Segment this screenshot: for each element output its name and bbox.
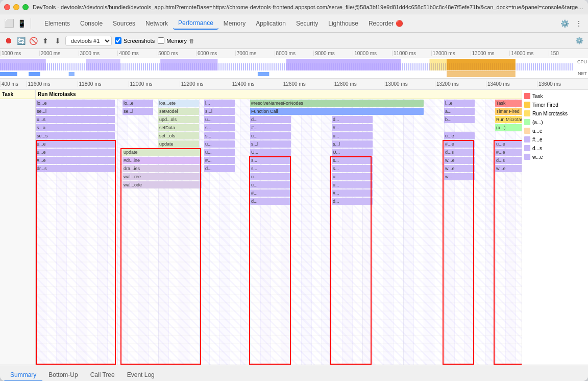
bar-setols[interactable]: set...ols (158, 132, 199, 139)
bar-u9[interactable]: u... (332, 181, 373, 188)
bar-ses[interactable]: se...s (36, 132, 115, 139)
bar-b[interactable]: b... (444, 116, 475, 123)
bar-ue[interactable]: u...e (444, 132, 475, 139)
bar-s4[interactable]: s... (250, 157, 291, 164)
bar-ds2[interactable]: d...s (495, 157, 522, 164)
bottom-tab-bottomup[interactable]: Bottom-Up (42, 369, 84, 381)
device-select[interactable]: devtools #1 (65, 36, 112, 46)
bottom-tab-calltree[interactable]: Call Tree (84, 369, 121, 381)
inspect-icon[interactable]: ⬜ (4, 18, 14, 29)
screenshots-checkbox[interactable] (115, 37, 121, 44)
bar-setmodel[interactable]: setModel (158, 108, 199, 115)
bar-drline[interactable]: #dr...ine (122, 157, 202, 164)
memory-clear-icon[interactable]: 🗑 (189, 38, 194, 44)
bar-hashe[interactable]: #...e (444, 140, 475, 148)
bar-s2[interactable]: s... (204, 124, 235, 131)
tab-elements[interactable]: Elements (39, 18, 75, 29)
bar-sa[interactable]: s...a (36, 124, 115, 131)
bar-hash1[interactable]: #... (250, 124, 291, 131)
memory-checkbox[interactable] (158, 37, 164, 44)
cpu-net-overview[interactable]: CPU NET (0, 58, 588, 79)
bar-u7[interactable]: u... (332, 173, 373, 180)
more-icon[interactable]: ⋮ (574, 18, 584, 29)
bar-u4[interactable]: u... (204, 140, 235, 148)
bar-s3[interactable]: s... (204, 132, 235, 139)
bar-resolve[interactable]: #resolveNamesForNodes (250, 100, 424, 107)
bar-u[interactable]: u... (204, 116, 235, 123)
bar-us[interactable]: u...s (36, 116, 115, 123)
bar-draries[interactable]: dra...ies (122, 165, 202, 172)
record-icon[interactable]: ⏺ (4, 36, 13, 45)
bar-lo2[interactable]: lo...e (122, 100, 153, 107)
tab-sources[interactable]: Sources (108, 18, 140, 29)
bar-u8[interactable]: u... (250, 181, 291, 188)
tab-application[interactable]: Application (251, 18, 291, 29)
bar-task-legend[interactable]: Task (495, 100, 522, 107)
close-button[interactable] (4, 4, 10, 10)
bar-u5[interactable]: u... (204, 149, 235, 156)
bar-u2[interactable]: u... (250, 132, 291, 139)
bar-hashe2[interactable]: #...e (495, 149, 522, 156)
reload-record-icon[interactable]: 🔄 (16, 36, 26, 45)
settings-icon[interactable]: ⚙️ (559, 18, 570, 29)
device-icon[interactable]: 📱 (16, 18, 27, 29)
bar-w3[interactable]: w... (444, 173, 475, 180)
bar-hashe3[interactable]: #...e (36, 157, 115, 164)
bar-funcall[interactable]: Function Call (250, 108, 424, 115)
minimize-button[interactable] (13, 4, 19, 10)
bar-update2[interactable]: update (122, 149, 202, 156)
bar-d1[interactable]: d... (250, 116, 291, 123)
bar-a[interactable]: a... (444, 108, 475, 115)
bar-setdata[interactable]: setData (158, 124, 199, 131)
bar-we3[interactable]: w...e (495, 165, 522, 172)
bottom-tab-eventlog[interactable]: Event Log (121, 369, 161, 381)
bar-s6[interactable]: s... (250, 165, 291, 172)
bar-hash5[interactable]: #... (332, 189, 373, 197)
zoom-ruler[interactable]: 400 ms 11600 ms 11800 ms 12000 ms 12200 … (0, 79, 588, 90)
bar-walode[interactable]: wal...ode (122, 181, 202, 188)
bar-d4[interactable]: d... (250, 198, 291, 205)
bar-ue3[interactable]: u...e (36, 149, 115, 156)
tab-network[interactable]: Network (140, 18, 173, 29)
bar-hash2[interactable]: #... (332, 124, 373, 131)
bar-sl3[interactable]: s...l (332, 140, 373, 148)
bar-U2[interactable]: U... (332, 149, 373, 156)
bottom-tab-summary[interactable]: Summary (4, 369, 42, 381)
maximize-button[interactable] (22, 4, 29, 10)
bar-hash3[interactable]: #... (204, 157, 235, 164)
bar-s7[interactable]: s... (332, 165, 373, 172)
settings-perf-icon[interactable]: ⚙️ (575, 36, 584, 45)
bar-U[interactable]: U... (250, 149, 291, 156)
bar-l[interactable]: l... (204, 100, 235, 107)
bar-we2[interactable]: w...e (444, 165, 475, 172)
bar-a-legend[interactable]: (a...) (495, 124, 522, 131)
bar-ue-legend[interactable]: u...e (495, 140, 522, 148)
bar-s5[interactable]: s... (332, 157, 373, 164)
bar-sl2[interactable]: s...l (250, 140, 291, 148)
tab-security[interactable]: Security (291, 18, 323, 29)
bar-runmicro-legend[interactable]: Run Microtasks (495, 116, 522, 123)
tab-lighthouse[interactable]: Lighthouse (323, 18, 363, 29)
bar-le[interactable]: l...e (444, 100, 475, 107)
bar-ue2[interactable]: u...e (36, 140, 115, 148)
bar-hash4[interactable]: #... (250, 189, 291, 197)
tab-console[interactable]: Console (75, 18, 108, 29)
bar-d5[interactable]: d... (332, 198, 373, 205)
bar-update[interactable]: update (158, 140, 199, 148)
bar-u6[interactable]: u... (250, 173, 291, 180)
tab-performance[interactable]: Performance (173, 17, 218, 30)
bar-sl[interactable]: s...l (204, 108, 235, 115)
tab-recorder[interactable]: Recorder 🔴 (363, 18, 408, 29)
bar-walree[interactable]: wal...ree (122, 173, 202, 180)
bar-u3[interactable]: u... (332, 132, 373, 139)
flame-chart-main[interactable]: Run Microtasks (36, 90, 522, 365)
bar-loaete[interactable]: loa...ete (158, 100, 199, 107)
bar-se1[interactable]: se...l (36, 108, 115, 115)
tab-memory[interactable]: Memory (218, 18, 251, 29)
bar-timerfired-legend[interactable]: Timer Fired (495, 108, 522, 115)
flame-grid[interactable]: lo...e lo...e loa...ete l... #resolveNam… (36, 99, 522, 365)
bar-se2[interactable]: se...l (122, 108, 153, 115)
clear-icon[interactable]: 🚫 (29, 36, 38, 45)
bar-updols[interactable]: upd...ols (158, 116, 199, 123)
upload-icon[interactable]: ⬆ (41, 36, 50, 45)
